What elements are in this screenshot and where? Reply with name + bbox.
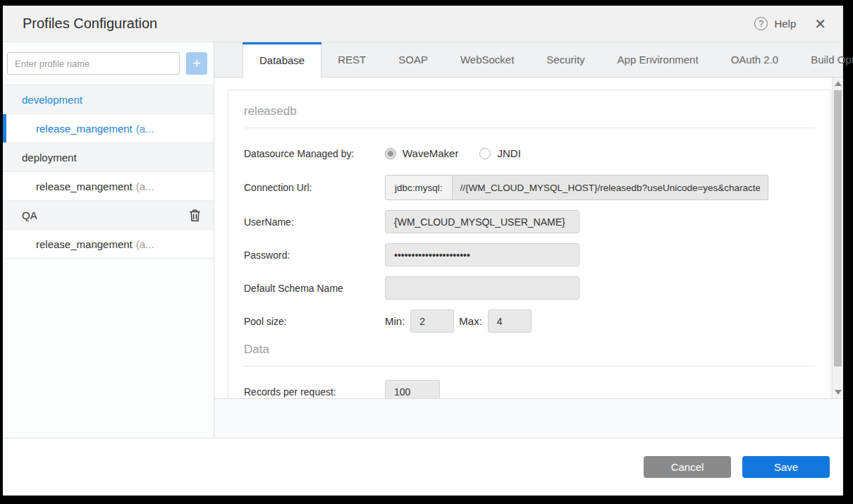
radio-unselected-icon [479,148,491,159]
profile-create-row: + [3,42,214,85]
delete-profile-button[interactable] [189,209,201,222]
radio-jndi-label: JNDI [497,147,520,159]
password-row: Password: [244,243,815,266]
password-label: Password: [244,250,385,261]
profile-label: QA [22,209,37,221]
data-section-heading: Data [244,343,815,357]
tab-rest[interactable]: REST [321,42,382,77]
section-divider [244,366,815,367]
main-panel: Database REST SOAP WebSocket Security Ap… [214,42,843,438]
radio-selected-icon [385,148,396,159]
tab-bar: Database REST SOAP WebSocket Security Ap… [214,42,843,78]
plus-icon: + [192,56,201,70]
pool-max-label: Max: [459,315,482,327]
records-input[interactable] [385,380,440,399]
username-row: UserName: [244,210,815,233]
radio-wavemaker[interactable]: WaveMaker [385,147,458,159]
profile-label: release_mangement [36,180,133,192]
records-row: Records per request: [244,380,815,399]
profile-suffix: (a... [136,238,154,250]
profile-label: deployment [22,152,77,164]
add-profile-button[interactable]: + [186,52,207,75]
datasource-label: Datasource Managed by: [244,148,385,159]
profile-name-input[interactable] [7,52,180,75]
profile-suffix: (a... [136,123,154,135]
section-divider [244,128,815,128]
radio-jndi[interactable]: JNDI [479,147,520,159]
password-input[interactable] [385,243,579,266]
profile-label: release_mangement [36,238,133,250]
tab-build-options[interactable]: Build Options [794,42,853,77]
username-label: UserName: [244,216,385,228]
sidebar-item-release-mangement-deploy[interactable]: release_mangement (a... [3,172,214,201]
profile-label: release_mangement [36,123,133,135]
dialog-header: Profiles Configuration ? Help ✕ [3,6,843,42]
profile-list: development release_mangement (a... depl… [3,85,214,259]
radio-wavemaker-label: WaveMaker [403,147,458,159]
sidebar-item-development[interactable]: development [3,85,214,114]
tab-database[interactable]: Database [243,42,321,78]
connection-url-row: Connection Url: jdbc:mysql: [244,175,815,200]
schema-row: Default Schema Name [244,276,815,300]
save-button[interactable]: Save [742,456,830,478]
pool-min-label: Min: [385,315,405,327]
profiles-sidebar: + development release_mangement (a... de… [3,42,214,438]
profile-label: development [22,94,82,106]
pool-size-row: Pool size: Min: Max: [244,309,815,333]
dialog-footer: Cancel Save [3,438,843,496]
database-tab-content: releasedb Datasource Managed by: WaveMak… [214,78,843,399]
tab-soap[interactable]: SOAP [382,42,444,77]
pool-min-input[interactable] [410,309,454,333]
sidebar-item-release-mangement-qa[interactable]: release_mangement (a... [3,230,214,259]
pool-max-input[interactable] [488,309,532,333]
scroll-up-icon[interactable] [835,81,842,86]
records-label: Records per request: [244,386,385,398]
cancel-button[interactable]: Cancel [644,456,731,478]
trash-icon [189,209,201,222]
scroll-down-icon[interactable] [835,390,842,395]
connection-url-label: Connection Url: [244,182,385,193]
username-input[interactable] [385,210,579,233]
sidebar-item-release-mangement-dev[interactable]: release_mangement (a... [3,114,214,143]
page-title: Profiles Configuration [23,16,157,32]
connection-url-input[interactable] [453,175,768,200]
tab-websocket[interactable]: WebSocket [444,42,530,77]
schema-label: Default Schema Name [244,283,385,294]
datasource-row: Datasource Managed by: WaveMaker JNDI [244,142,815,165]
schema-input[interactable] [385,276,579,300]
help-icon: ? [754,17,768,30]
help-label: Help [774,18,796,30]
vertical-scrollbar[interactable] [832,78,843,398]
profile-suffix: (a... [136,180,154,192]
sidebar-item-deployment[interactable]: deployment [3,143,214,172]
jdbc-prefix: jdbc:mysql: [385,175,453,200]
close-icon[interactable]: ✕ [814,17,826,31]
content-spacer [214,399,843,438]
database-section-heading: releasedb [244,104,815,118]
releasedb-form-panel: releasedb Datasource Managed by: WaveMak… [228,90,831,399]
tab-oauth[interactable]: OAuth 2.0 [715,42,795,77]
pool-size-label: Pool size: [244,316,385,327]
tab-security[interactable]: Security [530,42,601,77]
scrollbar-thumb[interactable] [834,90,842,367]
profiles-configuration-dialog: Profiles Configuration ? Help ✕ + develo… [3,6,843,496]
header-actions: ? Help ✕ [754,17,826,31]
tab-app-environment[interactable]: App Environment [601,42,715,77]
help-button[interactable]: ? Help [754,17,796,30]
sidebar-item-qa[interactable]: QA [3,201,214,230]
dialog-body: + development release_mangement (a... de… [3,42,843,438]
